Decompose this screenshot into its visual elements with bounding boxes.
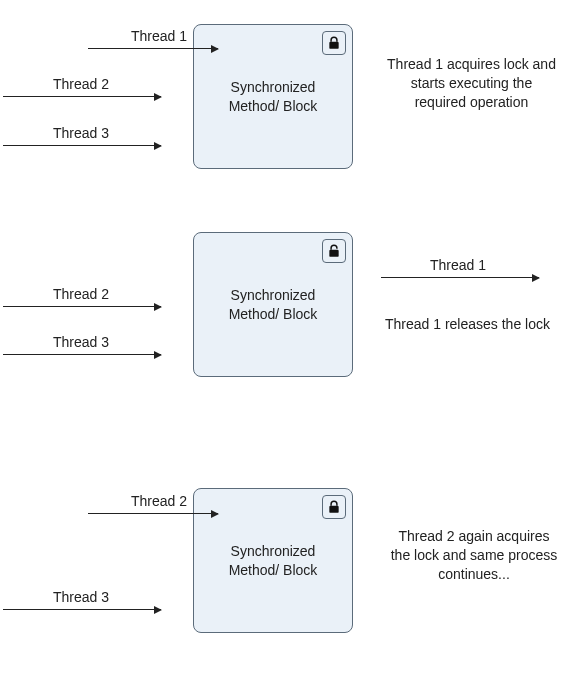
arrow-label-thread3-stage1: Thread 3 [53,125,109,141]
arrow-label-thread3-stage2: Thread 3 [53,334,109,350]
svg-rect-1 [329,250,338,257]
arrow-label-thread2-stage1: Thread 2 [53,76,109,92]
arrow-label-thread2-stage2: Thread 2 [53,286,109,302]
arrow-label-thread1-stage1: Thread 1 [131,28,187,44]
stage1-description: Thread 1 acquires lock and starts execut… [384,55,559,112]
svg-rect-2 [329,506,338,513]
unlock-icon [322,239,346,263]
lock-icon [322,495,346,519]
arrow-thread2-stage2 [3,306,161,307]
sync-block-stage2: Synchronized Method/ Block [193,232,353,377]
stage3-description: Thread 2 again acquires the lock and sam… [389,527,559,584]
arrow-thread3-stage1 [3,145,161,146]
arrow-thread3-stage3 [3,609,161,610]
arrow-thread1-out-stage2 [381,277,539,278]
arrow-label-thread3-stage3: Thread 3 [53,589,109,605]
arrow-thread3-stage2 [3,354,161,355]
sync-block-label: Synchronized Method/ Block [208,286,338,322]
sync-block-label: Synchronized Method/ Block [208,78,338,114]
arrow-label-thread2-stage3: Thread 2 [131,493,187,509]
arrow-thread2-stage3 [88,513,218,514]
arrow-thread1-stage1 [88,48,218,49]
svg-rect-0 [329,42,338,49]
arrow-thread2-stage1 [3,96,161,97]
arrow-label-thread1-out-stage2: Thread 1 [430,257,486,273]
stage2-description: Thread 1 releases the lock [380,315,555,334]
lock-icon [322,31,346,55]
sync-block-label: Synchronized Method/ Block [208,542,338,578]
